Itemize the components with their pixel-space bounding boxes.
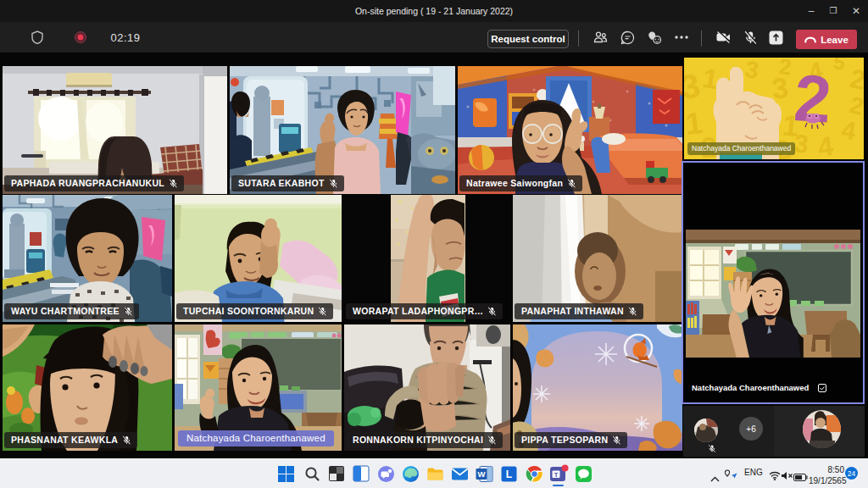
svg-text:L: L — [505, 469, 511, 480]
svg-text:W: W — [477, 469, 485, 479]
svg-text:2: 2 — [792, 60, 833, 137]
svg-text:T: T — [554, 471, 558, 479]
